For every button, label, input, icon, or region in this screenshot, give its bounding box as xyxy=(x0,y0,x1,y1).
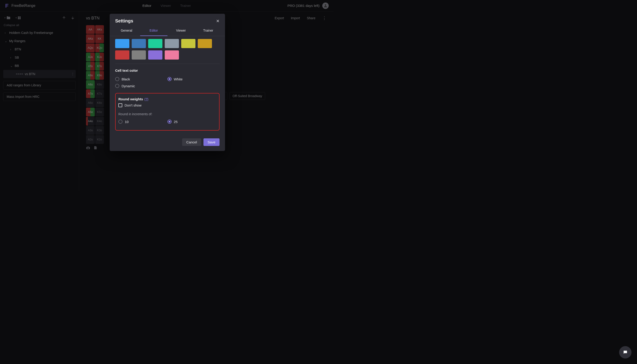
radio-icon xyxy=(118,120,122,124)
tab-general[interactable]: General xyxy=(113,26,140,36)
color-option[interactable] xyxy=(165,50,179,60)
color-option[interactable] xyxy=(132,50,146,60)
cell-text-radios: Black White Dynamic xyxy=(115,76,220,89)
tab-viewer[interactable]: Viewer xyxy=(167,26,195,36)
modal-title: Settings xyxy=(115,18,133,24)
round-weights-title: Round weights xyxy=(118,97,143,101)
close-icon[interactable]: ✕ xyxy=(216,18,220,24)
color-option[interactable] xyxy=(165,39,179,48)
color-option[interactable] xyxy=(181,39,195,48)
checkbox-icon xyxy=(118,103,122,107)
modal-tabs: General Editor Viewer Trainer xyxy=(110,26,225,36)
radio-icon xyxy=(167,120,172,124)
color-option[interactable] xyxy=(148,39,162,48)
tab-editor[interactable]: Editor xyxy=(140,26,167,36)
divider xyxy=(115,64,220,64)
radio-icon xyxy=(167,77,172,81)
modal-header: Settings ✕ xyxy=(110,14,225,26)
save-button[interactable]: Save xyxy=(203,138,220,146)
radio-25[interactable]: 25 xyxy=(167,118,217,125)
modal-footer: Cancel Save xyxy=(110,135,225,151)
color-option[interactable] xyxy=(148,50,162,60)
cancel-button[interactable]: Cancel xyxy=(182,138,201,146)
radio-dynamic[interactable]: Dynamic xyxy=(115,82,167,89)
dont-show-checkbox[interactable]: Don't show xyxy=(118,103,216,107)
radio-icon xyxy=(115,77,119,81)
settings-modal: Settings ✕ General Editor Viewer Trainer… xyxy=(110,14,225,151)
color-option[interactable] xyxy=(198,39,212,48)
color-option[interactable] xyxy=(132,39,146,48)
modal-body: Cell text color Black White Dynamic Roun… xyxy=(110,36,225,135)
cell-text-color-title: Cell text color xyxy=(115,68,220,72)
radio-white[interactable]: White xyxy=(167,76,220,82)
radio-10[interactable]: 10 xyxy=(118,118,167,125)
color-option[interactable] xyxy=(115,50,129,60)
radio-black[interactable]: Black xyxy=(115,76,167,82)
increments-label: Round in increments of: xyxy=(118,112,216,116)
radio-icon xyxy=(115,84,119,88)
tab-trainer[interactable]: Trainer xyxy=(194,26,222,36)
round-weights-section: Round weights (?) Don't show Round in in… xyxy=(115,93,220,130)
round-weights-help[interactable]: (?) xyxy=(144,97,148,101)
increments-radios: 10 25 xyxy=(118,118,216,125)
color-option[interactable] xyxy=(115,39,129,48)
color-palette xyxy=(115,39,220,60)
